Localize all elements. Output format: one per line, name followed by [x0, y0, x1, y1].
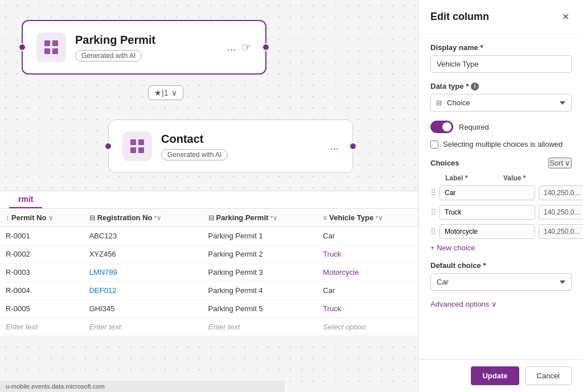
contact-card-actions[interactable]: ... — [330, 141, 339, 152]
footer-vehicle[interactable]: Select option — [317, 318, 418, 336]
new-choice-button[interactable]: + New choice — [430, 244, 475, 252]
cell-parking: Parking Permit 3 — [203, 263, 318, 282]
choice-rows: ⠿ ⋮ ⠿ ⋮ ⠿ ⋮ — [430, 185, 572, 239]
drag-handle-icon[interactable]: ⠿ — [430, 208, 436, 217]
col-vehicle-type[interactable]: ≡Vehicle Type *∨ — [317, 209, 418, 227]
cell-permit: R-0004 — [0, 282, 84, 300]
contact-dot-right — [349, 142, 357, 150]
data-type-select[interactable]: Choice Text Number Date — [430, 94, 572, 112]
edit-column-panel: Edit column ✕ Display name * Data type *… — [418, 0, 583, 392]
cell-reg: XYZ456 — [84, 245, 203, 263]
col-permit-no[interactable]: ↕Permit No ∨ — [0, 209, 84, 227]
table-row: R-0004 DEF012 Parking Permit 4 Car — [0, 282, 418, 300]
footer-reg[interactable]: Enter text — [84, 318, 203, 336]
multiple-choices-label: Selecting multiple choices is allowed — [443, 140, 563, 148]
choice-label-input[interactable] — [440, 224, 535, 239]
close-button[interactable]: ✕ — [560, 9, 572, 24]
panel-title: Edit column — [430, 11, 489, 23]
update-button[interactable]: Update — [471, 366, 519, 385]
cell-vehicle: Motorcycle — [317, 263, 418, 282]
choice-value-input[interactable] — [539, 205, 583, 220]
data-type-select-wrapper: ⊟ Choice Text Number Date — [430, 94, 572, 112]
parking-card-icon — [36, 32, 66, 62]
table-tab[interactable]: rmit — [9, 191, 42, 208]
cell-parking: Parking Permit 5 — [203, 300, 318, 318]
table-row: R-0003 LMN789 Parking Permit 3 Motorcycl… — [0, 263, 418, 282]
choice-label-input[interactable] — [440, 185, 535, 200]
parking-permit-card: Parking Permit Generated with AI ... ☞ — [22, 20, 266, 75]
display-name-field-group: Display name * — [430, 43, 572, 73]
svg-rect-6 — [130, 147, 136, 153]
cell-parking: Parking Permit 1 — [203, 227, 318, 245]
connector[interactable]: ★|1 ∨ — [148, 85, 183, 100]
cell-permit: R-0002 — [0, 245, 84, 263]
choice-row: ⠿ ⋮ — [430, 205, 572, 220]
cell-reg: LMN789 — [84, 263, 203, 282]
data-type-field-group: Data type * i ⊟ Choice Text Number Date — [430, 82, 572, 112]
display-name-input[interactable] — [430, 55, 572, 73]
cell-vehicle: Car — [317, 227, 418, 245]
default-choice-label: Default choice * — [430, 261, 572, 270]
cancel-button[interactable]: Cancel — [525, 366, 572, 385]
choice-label-input[interactable] — [440, 205, 535, 220]
svg-rect-3 — [52, 48, 58, 54]
table-area: rmit ↕Permit No ∨ ⊟Registration No *∨ ⊟P… — [0, 191, 418, 336]
cell-vehicle: Car — [317, 282, 418, 300]
connector-box[interactable]: ★|1 ∨ — [148, 85, 183, 100]
cell-parking: Parking Permit 2 — [203, 245, 318, 263]
choice-icon: ⊟ — [436, 99, 442, 107]
svg-rect-7 — [138, 147, 144, 153]
dot-right — [262, 43, 270, 51]
col-label-header: Label * — [445, 174, 499, 182]
required-toggle[interactable] — [430, 121, 453, 133]
connector-label: ★|1 — [154, 88, 168, 97]
choice-value-input[interactable] — [539, 185, 583, 200]
panel-body: Display name * Data type * i ⊟ Choice Te… — [419, 34, 583, 359]
contact-card-badge: Generated with AI — [161, 149, 228, 160]
cell-parking: Parking Permit 4 — [203, 282, 318, 300]
contact-card-title: Contact — [161, 133, 321, 146]
cell-reg: GHI345 — [84, 300, 203, 318]
display-name-label: Display name * — [430, 43, 572, 52]
contact-card: Contact Generated with AI ... — [108, 119, 353, 173]
multiple-choices-checkbox[interactable] — [430, 141, 438, 148]
advanced-options-link[interactable]: Advanced options ∨ — [430, 300, 572, 308]
dot-left — [18, 43, 26, 51]
choice-row: ⠿ ⋮ — [430, 224, 572, 239]
choices-columns: Label * Value * — [430, 174, 572, 182]
sort-button[interactable]: Sort ∨ — [548, 158, 572, 168]
choice-row: ⠿ ⋮ — [430, 185, 572, 200]
cell-permit: R-0005 — [0, 300, 84, 318]
drag-handle-icon[interactable]: ⠿ — [430, 188, 436, 197]
chevron-down-icon: ∨ — [565, 159, 570, 167]
default-choice-field-group: Default choice * Car Truck Motorcycle — [430, 261, 572, 291]
col-registration-no[interactable]: ⊟Registration No *∨ — [84, 209, 203, 227]
data-type-label: Data type * i — [430, 82, 572, 90]
footer-parking[interactable]: Enter text — [203, 318, 318, 336]
col-parking-permit[interactable]: ⊟Parking Permit *∨ — [203, 209, 318, 227]
col-value-header: Value * — [503, 174, 557, 182]
parking-card-badge: Generated with AI — [75, 50, 142, 61]
default-choice-select[interactable]: Car Truck Motorcycle — [430, 273, 572, 291]
parking-card-content: Parking Permit Generated with AI — [75, 34, 218, 61]
chevron-down-icon: ∨ — [491, 300, 497, 308]
table-row: R-0002 XYZ456 Parking Permit 2 Truck — [0, 245, 418, 263]
svg-rect-0 — [44, 40, 50, 46]
choice-value-input[interactable] — [539, 224, 583, 239]
table-row: R-0001 ABC123 Parking Permit 1 Car — [0, 227, 418, 245]
default-choice-select-wrapper: Car Truck Motorcycle — [430, 273, 572, 291]
cell-reg: DEF012 — [84, 282, 203, 300]
url-bar: u-mobile.events.data.microsoft.com — [0, 381, 285, 392]
parking-card-actions[interactable]: ... ☞ — [227, 40, 252, 54]
parking-card-title: Parking Permit — [75, 34, 218, 47]
contact-card-content: Contact Generated with AI — [161, 133, 321, 160]
choices-title: Choices — [430, 159, 459, 167]
canvas-area: Parking Permit Generated with AI ... ☞ ★… — [0, 0, 418, 392]
data-type-info-icon[interactable]: i — [471, 82, 479, 90]
footer-permit[interactable]: Enter text — [0, 318, 84, 336]
cell-vehicle: Truck — [317, 300, 418, 318]
svg-rect-5 — [138, 139, 144, 145]
drag-handle-icon[interactable]: ⠿ — [430, 227, 436, 236]
required-label: Required — [459, 123, 489, 131]
svg-rect-4 — [130, 139, 136, 145]
